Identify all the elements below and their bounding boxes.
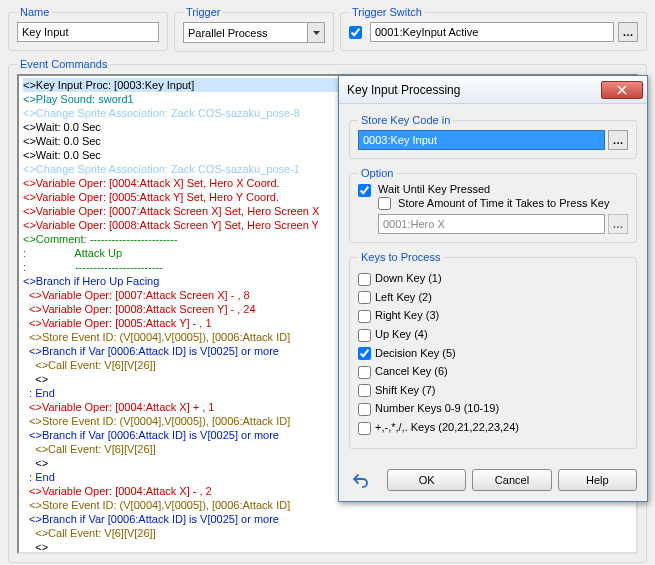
store-time-checkbox[interactable]	[378, 197, 391, 210]
key-label: Cancel Key (6)	[375, 365, 448, 377]
help-button[interactable]: Help	[558, 469, 637, 491]
key-checkbox[interactable]	[358, 273, 371, 286]
key-checkbox[interactable]	[358, 329, 371, 342]
wait-checkbox[interactable]	[358, 184, 371, 197]
store-legend: Store Key Code in	[358, 114, 453, 126]
key-checkbox[interactable]	[358, 366, 371, 379]
option-legend: Option	[358, 167, 396, 179]
command-line[interactable]: <>Call Event: V[6][V[26]]	[23, 526, 632, 540]
store-time-label: Store Amount of Time it Takes to Press K…	[398, 197, 609, 209]
trigger-switch-browse-button[interactable]: …	[618, 22, 638, 42]
key-option[interactable]: Decision Key (5)	[358, 347, 628, 361]
key-checkbox[interactable]	[358, 403, 371, 416]
key-label: Number Keys 0-9 (10-19)	[375, 402, 499, 414]
key-checkbox[interactable]	[358, 310, 371, 323]
store-time-var-input	[378, 214, 605, 234]
chevron-down-icon[interactable]	[307, 23, 324, 42]
trigger-legend: Trigger	[183, 6, 223, 18]
store-var-input[interactable]	[358, 130, 605, 150]
key-checkbox[interactable]	[358, 422, 371, 435]
key-option[interactable]: Right Key (3)	[358, 309, 628, 323]
name-input[interactable]	[17, 22, 159, 42]
ok-button[interactable]: OK	[387, 469, 466, 491]
key-option[interactable]: Up Key (4)	[358, 328, 628, 342]
key-checkbox[interactable]	[358, 291, 371, 304]
name-legend: Name	[17, 6, 52, 18]
dialog-titlebar[interactable]: Key Input Processing	[339, 76, 647, 104]
trigger-value: Parallel Process	[184, 27, 307, 39]
key-input-dialog: Key Input Processing Store Key Code in ……	[338, 75, 648, 502]
key-checkbox[interactable]	[358, 384, 371, 397]
key-label: Shift Key (7)	[375, 384, 436, 396]
key-option[interactable]: Left Key (2)	[358, 291, 628, 305]
trigger-switch-input[interactable]	[370, 22, 614, 42]
key-option[interactable]: Number Keys 0-9 (10-19)	[358, 402, 628, 416]
key-option[interactable]: Cancel Key (6)	[358, 365, 628, 379]
dialog-title: Key Input Processing	[347, 83, 601, 97]
store-var-browse-button[interactable]: …	[608, 130, 628, 150]
key-label: Decision Key (5)	[375, 347, 456, 359]
key-option[interactable]: Shift Key (7)	[358, 384, 628, 398]
store-time-browse-button: …	[608, 214, 628, 234]
key-label: Right Key (3)	[375, 309, 439, 321]
undo-button[interactable]	[349, 469, 371, 491]
key-label: Left Key (2)	[375, 291, 432, 303]
event-commands-legend: Event Commands	[17, 58, 110, 70]
close-button[interactable]	[601, 81, 643, 99]
wait-label: Wait Until Key Pressed	[378, 183, 490, 195]
trigger-select[interactable]: Parallel Process	[183, 22, 325, 43]
cancel-button[interactable]: Cancel	[472, 469, 551, 491]
key-option[interactable]: Down Key (1)	[358, 272, 628, 286]
key-label: Up Key (4)	[375, 328, 428, 340]
key-option[interactable]: +,-,*,/,. Keys (20,21,22,23,24)	[358, 421, 628, 435]
trigger-switch-checkbox[interactable]	[349, 26, 362, 39]
command-line[interactable]: <>Branch if Var [0006:Attack ID] is V[00…	[23, 512, 632, 526]
store-time-option[interactable]: Store Amount of Time it Takes to Press K…	[378, 197, 609, 209]
command-line[interactable]: <>	[23, 540, 632, 554]
key-checkbox[interactable]	[358, 347, 371, 360]
wait-option[interactable]: Wait Until Key Pressed	[358, 183, 490, 195]
key-label: Down Key (1)	[375, 272, 442, 284]
trigger-switch-legend: Trigger Switch	[349, 6, 425, 18]
keys-legend: Keys to Process	[358, 251, 443, 263]
key-label: +,-,*,/,. Keys (20,21,22,23,24)	[375, 421, 519, 433]
